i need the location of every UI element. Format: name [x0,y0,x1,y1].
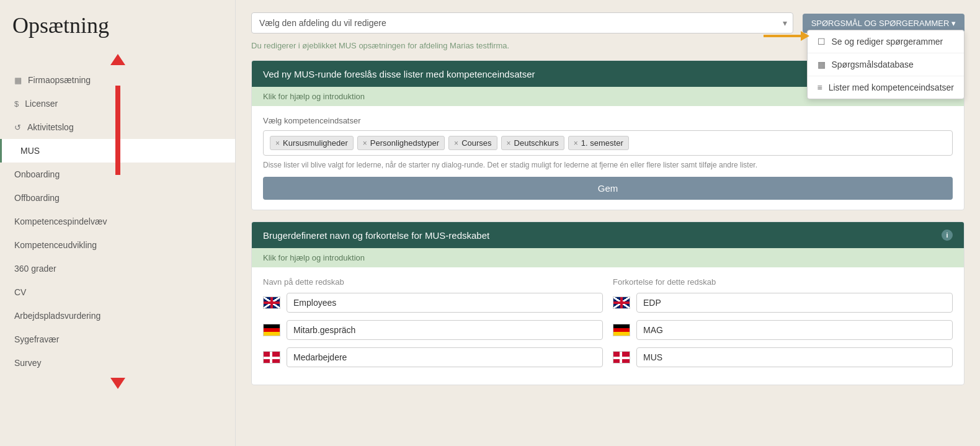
sidebar-item-360grader[interactable]: 360 grader [0,257,235,280]
info-icon[interactable]: i [942,230,953,241]
flag-dk-icon [263,351,280,363]
sidebar-item-onboarding[interactable]: Onboarding [0,163,235,186]
lang-row-uk [263,293,603,313]
section1-body: Vælg kompetenceindsatser × Kursusmulighe… [252,106,964,210]
flag-dk-abbr-icon [613,351,630,363]
gem-button[interactable]: Gem [263,177,953,200]
arrow-annotation [764,31,809,41]
abbr-row-uk [613,293,953,313]
abbr-row-dk [613,347,953,367]
section2-help[interactable]: Klik for hjælp og introduktion [252,248,964,267]
tag-personlighedstyper[interactable]: × Personlighedstyper [357,136,445,150]
sidebar-item-cv[interactable]: CV [0,280,235,304]
lang-row-de [263,320,603,340]
name-input-de[interactable] [287,320,603,340]
department-select-wrapper: Vælg den afdeling du vil redigere ▾ [251,12,793,33]
grid-icon: ▦ [817,60,826,69]
flag-uk-abbr-icon [613,297,630,309]
sidebar-item-kompetenceudvikling[interactable]: Kompetenceudvikling [0,233,235,257]
dropdown-menu: ☐ Se og rediger spørgerammer ▦ Spørgsmål… [807,30,965,99]
dropdown-item-se-rediger[interactable]: ☐ Se og rediger spørgerammer [808,30,964,53]
flag-de-abbr-icon [613,324,630,336]
arrow-head [801,31,809,41]
info-text: Disse lister vil blive valgt for lederne… [263,161,953,169]
lang-row-dk [263,347,603,367]
abbr-row-de [613,320,953,340]
abbr-input-de[interactable] [636,320,953,340]
sidebar-item-survey[interactable]: Survey [0,351,235,375]
sidebar-item-offboarding[interactable]: Offboarding [0,186,235,210]
tag-remove-icon[interactable]: × [363,139,367,148]
name-grid: Navn på dette redskab [263,277,953,375]
sidebar: Opsætning ▦ [0,0,236,446]
name-input-dk[interactable] [287,347,603,367]
arrow-body [764,35,801,37]
flag-uk-icon [263,297,280,309]
tag-1semester[interactable]: × 1. semester [568,136,629,150]
sidebar-item-mus[interactable]: MUS [0,139,235,163]
sidebar-item-sygefraevær[interactable]: Sygefravær [0,328,235,351]
main-content: Vælg den afdeling du vil redigere ▾ SPØR… [236,0,980,446]
sidebar-item-kompetencespinelvaev[interactable]: Kompetencespindelvæv [0,210,235,233]
section2-header: Brugerdefineret navn og forkortelse for … [252,222,964,248]
section-mus-name: Brugerdefineret navn og forkortelse for … [251,221,964,385]
dropdown-item-lister[interactable]: ≡ Lister med kompetenceindsatser [808,76,964,99]
tag-deutschkurs[interactable]: × Deutschkurs [501,136,564,150]
tag-remove-icon[interactable]: × [275,139,280,148]
sidebar-item-arbejdspladsvurdering[interactable]: Arbejdspladsvurdering [0,304,235,328]
scroll-down-indicator [0,375,235,392]
abbr-col: Forkortelse for dette redskab [613,277,953,375]
department-select[interactable]: Vælg den afdeling du vil redigere [251,12,793,33]
tags-container[interactable]: × Kursusmuligheder × Personlighedstyper … [263,130,953,156]
tag-kursusmuligheder[interactable]: × Kursusmuligheder [270,136,354,150]
scroll-up-indicator [0,51,235,68]
name-col: Navn på dette redskab [263,277,603,375]
section2-body: Navn på dette redskab [252,267,964,385]
firmaopsaetning-icon: ▦ [14,76,22,85]
flag-de-icon [263,324,280,336]
name-input-uk[interactable] [287,293,603,313]
abbr-input-dk[interactable] [636,347,953,367]
list-icon: ≡ [817,83,822,92]
abbr-input-uk[interactable] [636,293,953,313]
licenser-icon: $ [14,99,19,109]
tag-remove-icon[interactable]: × [574,139,578,148]
tag-remove-icon[interactable]: × [454,139,458,148]
sidebar-item-aktivitetslog[interactable]: ↺ Aktivitetslog [0,115,235,139]
dropdown-item-sporgsmaalsdatabase[interactable]: ▦ Spørgsmålsdatabase [808,53,964,76]
tag-remove-icon[interactable]: × [507,139,511,148]
sidebar-item-firmaopsaetning[interactable]: ▦ Firmaopsætning [0,68,235,92]
tag-courses[interactable]: × Courses [448,136,497,150]
sidebar-item-licenser[interactable]: $ Licenser [0,92,235,115]
tags-label: Vælg kompetenceindsatser [263,116,953,125]
name-col-label: Navn på dette redskab [263,277,603,287]
page-title: Opsætning [0,6,235,51]
abbr-col-label: Forkortelse for dette redskab [613,277,953,287]
aktivitetslog-icon: ↺ [14,123,21,132]
doc-icon: ☐ [817,37,826,47]
